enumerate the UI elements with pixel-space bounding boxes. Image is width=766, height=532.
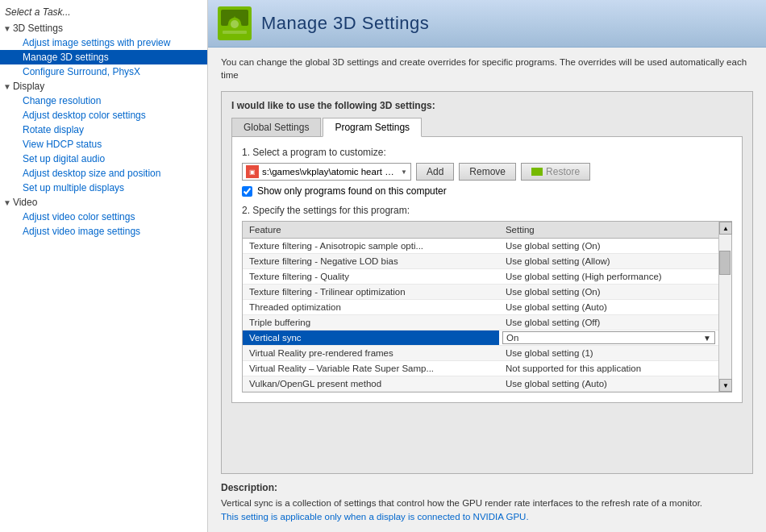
table-row[interactable]: Virtual Reality pre-rendered framesUse g… <box>243 346 718 361</box>
description-label: Description: <box>221 482 753 493</box>
table-row[interactable]: Threaded optimizationUse global setting … <box>243 300 718 315</box>
show-only-row: Show only programs found on this compute… <box>242 185 732 197</box>
table-cell-setting: Use global setting (Auto) <box>499 376 718 392</box>
restore-label: Restore <box>546 166 580 177</box>
setting-value: On <box>506 333 518 343</box>
description-text: Vertical sync is a collection of setting… <box>221 497 753 525</box>
tree-group-3d-settings: ▼ 3D Settings Adjust image settings with… <box>0 21 207 79</box>
table-cell-setting[interactable]: On▼ <box>499 330 718 346</box>
table-cell-setting: Not supported for this application <box>499 361 718 376</box>
nvidia-logo-icon <box>218 6 252 40</box>
settings-table-scroll: Feature Setting Texture filtering - Anis… <box>243 222 718 392</box>
tree-group-display-label[interactable]: ▼ Display <box>0 79 207 94</box>
specify-settings-label: 2. Specify the settings for this program… <box>242 205 732 216</box>
sidebar: Select a Task... ▼ 3D Settings Adjust im… <box>0 0 208 532</box>
tab-global-settings[interactable]: Global Settings <box>231 118 321 137</box>
table-cell-setting: Use global setting (Allow) <box>499 254 718 269</box>
restore-button[interactable]: Restore <box>521 163 590 181</box>
table-cell-feature: Texture filtering - Trilinear optimizati… <box>243 285 499 300</box>
tree-group-3d-text: 3D Settings <box>13 23 63 34</box>
description-banner: You can change the global 3D settings an… <box>221 56 753 81</box>
table-row[interactable]: Texture filtering - QualityUse global se… <box>243 269 718 285</box>
sidebar-item-change-resolution[interactable]: Change resolution <box>0 94 207 108</box>
table-row[interactable]: Vulkan/OpenGL present methodUse global s… <box>243 376 718 392</box>
sidebar-item-digital-audio[interactable]: Set up digital audio <box>0 152 207 166</box>
tree-children-3d: Adjust image settings with preview Manag… <box>0 35 207 79</box>
table-row[interactable]: Texture filtering - Trilinear optimizati… <box>243 285 718 300</box>
settings-table-body: Texture filtering - Anisotropic sample o… <box>243 239 718 392</box>
svg-rect-5 <box>223 31 247 34</box>
sidebar-item-video-image[interactable]: Adjust video image settings <box>0 224 207 239</box>
select-dropdown-arrow-icon: ▼ <box>401 168 407 176</box>
sidebar-item-video-color[interactable]: Adjust video color settings <box>0 210 207 224</box>
remove-button[interactable]: Remove <box>459 163 516 181</box>
select-program-label: 1. Select a program to customize: <box>242 147 732 158</box>
settings-table-wrapper: Feature Setting Texture filtering - Anis… <box>242 221 732 393</box>
table-cell-feature: Texture filtering - Anisotropic sample o… <box>243 239 499 254</box>
scroll-track <box>719 235 731 379</box>
settings-panel: I would like to use the following 3D set… <box>221 91 753 473</box>
sidebar-item-adjust-image[interactable]: Adjust image settings with preview <box>0 35 207 50</box>
scroll-thumb[interactable] <box>719 251 731 275</box>
table-cell-feature: Threaded optimization <box>243 300 499 315</box>
table-cell-setting: Use global setting (On) <box>499 239 718 254</box>
sidebar-item-view-hdcp[interactable]: View HDCP status <box>0 137 207 152</box>
scroll-up-button[interactable]: ▲ <box>719 222 732 235</box>
table-cell-setting: Use global setting (High performance) <box>499 269 718 285</box>
table-cell-setting: Use global setting (Auto) <box>499 300 718 315</box>
tabs-container: Global Settings Program Settings <box>231 118 743 137</box>
column-header-feature: Feature <box>243 222 499 239</box>
program-select-dropdown[interactable]: ▣ s:\games\vkplay\atomic heart p... ▼ <box>242 163 411 181</box>
add-button[interactable]: Add <box>416 163 454 181</box>
tree-group-video-text: Video <box>13 197 37 208</box>
svg-point-4 <box>231 20 239 28</box>
table-cell-setting: Use global setting (1) <box>499 346 718 361</box>
expand-icon-3d: ▼ <box>3 24 11 33</box>
tab-program-settings[interactable]: Program Settings <box>323 118 422 137</box>
sidebar-task-label: Select a Task... <box>0 3 207 21</box>
header: Manage 3D Settings <box>208 0 766 48</box>
table-header-row: Feature Setting <box>243 222 718 239</box>
main-content: Manage 3D Settings You can change the gl… <box>208 0 766 532</box>
sidebar-item-configure-surround[interactable]: Configure Surround, PhysX <box>0 64 207 79</box>
table-cell-feature: Vulkan/OpenGL present method <box>243 376 499 392</box>
tree-group-3d-settings-label[interactable]: ▼ 3D Settings <box>0 21 207 35</box>
description-text-main: Vertical sync is a collection of setting… <box>221 498 702 508</box>
page-title: Manage 3D Settings <box>261 13 429 34</box>
app-icon: ▣ <box>246 165 259 178</box>
table-cell-feature: Texture filtering - Negative LOD bias <box>243 254 499 269</box>
table-cell-setting: Use global setting (Off) <box>499 315 718 330</box>
tree-children-video: Adjust video color settings Adjust video… <box>0 210 207 239</box>
table-row[interactable]: Vertical syncOn▼ <box>243 330 718 346</box>
nvidia-restore-icon <box>531 168 543 176</box>
tab-content-area: 1. Select a program to customize: ▣ s:\g… <box>231 136 743 403</box>
table-cell-feature: Virtual Reality – Variable Rate Super Sa… <box>243 361 499 376</box>
sidebar-item-rotate-display[interactable]: Rotate display <box>0 123 207 137</box>
program-row: ▣ s:\games\vkplay\atomic heart p... ▼ Ad… <box>242 163 732 181</box>
program-select-value: s:\games\vkplay\atomic heart p... <box>262 167 398 177</box>
table-row[interactable]: Triple bufferingUse global setting (Off) <box>243 315 718 330</box>
setting-dropdown[interactable]: On▼ <box>502 331 715 344</box>
table-row[interactable]: Virtual Reality – Variable Rate Super Sa… <box>243 361 718 376</box>
scroll-down-button[interactable]: ▼ <box>719 379 732 392</box>
show-only-checkbox[interactable] <box>242 186 252 197</box>
table-row[interactable]: Texture filtering - Anisotropic sample o… <box>243 239 718 254</box>
sidebar-item-manage-3d[interactable]: Manage 3D settings <box>0 50 207 64</box>
content-area: You can change the global 3D settings an… <box>208 48 766 532</box>
table-row[interactable]: Texture filtering - Negative LOD biasUse… <box>243 254 718 269</box>
dropdown-arrow-icon: ▼ <box>703 334 711 343</box>
tree-group-video-label[interactable]: ▼ Video <box>0 195 207 210</box>
sidebar-item-multiple-displays[interactable]: Set up multiple displays <box>0 181 207 195</box>
table-scrollbar[interactable]: ▲ ▼ <box>718 222 731 392</box>
table-cell-feature: Texture filtering - Quality <box>243 269 499 285</box>
description-section: Description: Vertical sync is a collecti… <box>221 482 753 525</box>
show-only-label[interactable]: Show only programs found on this compute… <box>257 185 447 197</box>
settings-table: Feature Setting Texture filtering - Anis… <box>243 222 718 392</box>
table-cell-feature: Virtual Reality pre-rendered frames <box>243 346 499 361</box>
tree-group-display-text: Display <box>13 81 44 92</box>
table-cell-feature: Vertical sync <box>243 330 499 346</box>
panel-title: I would like to use the following 3D set… <box>231 100 743 111</box>
sidebar-item-adjust-desktop-color[interactable]: Adjust desktop color settings <box>0 108 207 123</box>
sidebar-item-adjust-desktop-size[interactable]: Adjust desktop size and position <box>0 166 207 181</box>
tree-children-display: Change resolution Adjust desktop color s… <box>0 94 207 195</box>
